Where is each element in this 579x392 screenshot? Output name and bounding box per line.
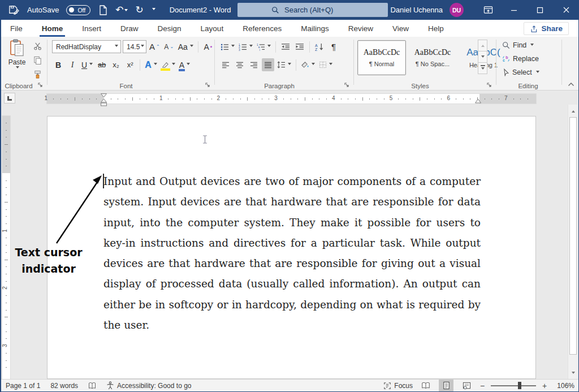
- vertical-ruler[interactable]: 123: [2, 116, 10, 379]
- search-input[interactable]: Search (Alt+Q): [237, 3, 388, 17]
- cut-button[interactable]: [31, 40, 44, 52]
- save-icon[interactable]: [8, 4, 20, 16]
- new-document-icon[interactable]: [98, 5, 108, 16]
- strikethrough-button[interactable]: ab: [96, 58, 108, 71]
- text-effects-button[interactable]: A: [144, 58, 158, 71]
- replace-button[interactable]: b c Replace: [502, 55, 539, 63]
- numbering-button[interactable]: 1 2 3: [237, 40, 254, 53]
- more-commands-icon[interactable]: [152, 8, 155, 12]
- read-mode-button[interactable]: [418, 380, 433, 391]
- justify-button[interactable]: [262, 58, 274, 71]
- tab-insert[interactable]: Insert: [81, 21, 102, 36]
- user-name[interactable]: Daniel Uchenna: [390, 6, 443, 14]
- borders-button[interactable]: [318, 58, 334, 71]
- change-case-button[interactable]: Aa: [177, 40, 195, 53]
- increase-indent-button[interactable]: [293, 40, 306, 53]
- tab-mailings[interactable]: Mailings: [300, 21, 330, 36]
- bold-button[interactable]: B: [52, 58, 64, 71]
- tab-stop-icon: [7, 96, 12, 101]
- paragraph-dialog-launcher-icon[interactable]: [344, 83, 350, 88]
- scroll-down-button[interactable]: [568, 368, 578, 378]
- zoom-slider-handle[interactable]: [518, 382, 521, 389]
- zoom-slider[interactable]: [491, 385, 536, 386]
- multilevel-list-button[interactable]: 1 a i: [256, 40, 272, 53]
- grow-font-button[interactable]: A⌃: [148, 40, 161, 53]
- tab-layout[interactable]: Layout: [200, 21, 225, 36]
- font-size-select[interactable]: 14.5: [123, 40, 146, 53]
- right-indent-marker[interactable]: [475, 98, 481, 104]
- align-center-button[interactable]: [234, 58, 246, 71]
- sort-button[interactable]: A Z: [313, 40, 326, 53]
- style-no-spacing[interactable]: AaBbCcDc ¶ No Spac...: [408, 40, 457, 75]
- tab-design[interactable]: Design: [157, 21, 183, 36]
- line-spacing-button[interactable]: [276, 58, 292, 71]
- tab-help[interactable]: Help: [427, 21, 445, 36]
- svg-text:c: c: [503, 58, 505, 62]
- zoom-out-button[interactable]: −: [479, 381, 485, 390]
- styles-gallery-scroll: [478, 40, 487, 74]
- clipboard-dialog-launcher-icon[interactable]: [38, 83, 44, 88]
- minimize-button[interactable]: [501, 0, 527, 20]
- zoom-in-button[interactable]: +: [542, 381, 547, 390]
- avatar[interactable]: DU: [450, 3, 464, 17]
- tab-view[interactable]: View: [391, 21, 410, 36]
- tab-home[interactable]: Home: [41, 21, 64, 36]
- format-painter-button[interactable]: [31, 68, 44, 80]
- scroll-up-button[interactable]: [568, 106, 578, 116]
- styles-scroll-up-button[interactable]: [478, 40, 487, 51]
- scrollbar-thumb[interactable]: [569, 117, 577, 355]
- font-name-select[interactable]: RedHatDisplay: [52, 40, 121, 53]
- highlight-color-button[interactable]: [160, 58, 176, 71]
- select-button[interactable]: Select: [502, 68, 539, 76]
- find-button[interactable]: Find: [502, 41, 534, 49]
- shading-button[interactable]: [300, 58, 316, 71]
- autosave-toggle[interactable]: Off: [66, 5, 90, 15]
- align-left-button[interactable]: [219, 58, 232, 71]
- superscript-button[interactable]: x²: [124, 58, 136, 71]
- print-layout-button[interactable]: [439, 380, 453, 391]
- undo-button[interactable]: ↶: [115, 5, 128, 15]
- tab-draw[interactable]: Draw: [119, 21, 140, 36]
- bullets-button[interactable]: [219, 40, 236, 53]
- show-formatting-button[interactable]: ¶: [327, 40, 340, 53]
- paste-button[interactable]: Paste: [5, 39, 29, 82]
- vertical-scrollbar[interactable]: [568, 105, 577, 379]
- subscript-button[interactable]: x₂: [110, 58, 122, 71]
- maximize-button[interactable]: [527, 0, 553, 20]
- web-layout-button[interactable]: [459, 380, 474, 391]
- proofing-button[interactable]: [88, 382, 96, 390]
- first-line-indent-marker[interactable]: [101, 93, 107, 98]
- word-count[interactable]: 82 words: [50, 382, 78, 390]
- document-paragraph[interactable]: Input and Output devices are two of majo…: [103, 171, 481, 335]
- accessibility-status[interactable]: Accessibility: Good to go: [106, 381, 191, 390]
- share-button[interactable]: Share: [524, 22, 569, 35]
- clear-formatting-button[interactable]: A▪: [202, 40, 214, 53]
- styles-gallery-more-button[interactable]: [478, 62, 487, 74]
- tab-selector-button[interactable]: [4, 93, 15, 104]
- hanging-indent-marker[interactable]: [101, 98, 107, 106]
- tab-review[interactable]: Review: [347, 21, 374, 36]
- page-indicator[interactable]: Page 1 of 1: [6, 382, 40, 390]
- style-normal[interactable]: AaBbCcDc ¶ Normal: [357, 40, 406, 75]
- redo-icon[interactable]: ↻: [135, 5, 143, 15]
- decrease-indent-button[interactable]: [279, 40, 292, 53]
- zoom-level[interactable]: 106%: [553, 382, 574, 390]
- horizontal-ruler[interactable]: 11234567: [47, 94, 536, 104]
- align-right-button[interactable]: [248, 58, 260, 71]
- styles-dialog-launcher-icon[interactable]: [487, 83, 492, 88]
- format-painter-icon: [33, 70, 42, 79]
- close-button[interactable]: [553, 0, 579, 20]
- document-page[interactable]: Input and Output devices are two of majo…: [47, 116, 536, 379]
- copy-button[interactable]: [31, 54, 44, 66]
- underline-button[interactable]: U: [80, 58, 94, 71]
- shrink-font-button[interactable]: A⌄: [163, 40, 175, 53]
- tab-references[interactable]: References: [241, 21, 283, 36]
- styles-scroll-down-button[interactable]: [478, 51, 487, 63]
- font-dialog-launcher-icon[interactable]: [205, 83, 211, 88]
- ribbon-display-options-button[interactable]: [475, 0, 501, 20]
- italic-button[interactable]: I: [66, 58, 79, 71]
- tab-file[interactable]: File: [9, 21, 24, 36]
- font-color-button[interactable]: A: [178, 58, 191, 71]
- focus-button[interactable]: Focus: [383, 382, 413, 390]
- collapse-ribbon-icon[interactable]: [568, 82, 574, 87]
